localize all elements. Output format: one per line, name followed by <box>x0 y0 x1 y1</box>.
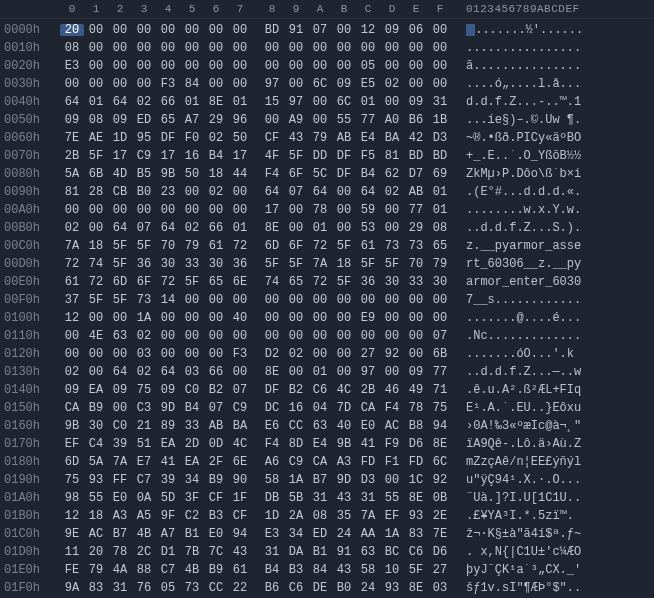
hex-byte[interactable]: CC <box>284 420 308 432</box>
hex-byte[interactable]: 02 <box>204 186 228 198</box>
hex-byte[interactable]: 00 <box>260 60 284 72</box>
hex-byte[interactable]: D6 <box>428 546 452 558</box>
hex-byte[interactable]: 00 <box>60 330 84 342</box>
hex-byte[interactable]: B4 <box>204 150 228 162</box>
hex-byte[interactable]: 00 <box>284 42 308 54</box>
hex-byte[interactable]: 09 <box>156 384 180 396</box>
hex-byte[interactable]: 9B <box>332 438 356 450</box>
ascii-view[interactable]: .......óÒ...'.k <box>466 348 574 360</box>
hex-byte[interactable]: 18 <box>84 510 108 522</box>
hex-byte[interactable]: D2 <box>260 348 284 360</box>
hex-byte[interactable]: 00 <box>260 294 284 306</box>
hex-byte[interactable]: 00 <box>84 348 108 360</box>
hex-byte[interactable]: B0 <box>332 582 356 594</box>
hex-byte[interactable]: 69 <box>428 168 452 180</box>
hex-byte[interactable]: 4C <box>228 438 252 450</box>
hex-byte[interactable]: B2 <box>284 384 308 396</box>
hex-byte[interactable]: 8E <box>404 492 428 504</box>
hex-byte[interactable]: 94 <box>428 420 452 432</box>
hex-byte[interactable]: B4 <box>260 564 284 576</box>
ascii-view[interactable]: 7__s............ <box>466 294 581 306</box>
hex-byte[interactable]: 00 <box>380 204 404 216</box>
hex-byte[interactable]: 00 <box>404 78 428 90</box>
hex-byte[interactable]: 00 <box>180 330 204 342</box>
hex-byte[interactable]: 9E <box>60 528 84 540</box>
hex-byte[interactable]: 34 <box>180 474 204 486</box>
hex-byte[interactable]: 00 <box>404 60 428 72</box>
hex-byte[interactable]: 05 <box>156 582 180 594</box>
hex-byte[interactable]: 29 <box>404 222 428 234</box>
hex-byte[interactable]: 1A <box>132 312 156 324</box>
hex-byte[interactable]: 77 <box>428 366 452 378</box>
hex-byte[interactable]: ED <box>308 528 332 540</box>
hex-row[interactable]: 00D0h72745F36303330365F5F7A185F5F7079rt_… <box>0 255 654 273</box>
hex-byte[interactable]: 00 <box>108 402 132 414</box>
hex-byte[interactable]: 00 <box>108 24 132 36</box>
hex-byte[interactable]: 1C <box>404 474 428 486</box>
hex-byte[interactable]: 00 <box>332 294 356 306</box>
hex-byte[interactable]: 1A <box>284 474 308 486</box>
hex-byte[interactable]: BD <box>428 150 452 162</box>
hex-byte[interactable]: 6D <box>260 240 284 252</box>
hex-row[interactable]: 0180h6D5A7AE741EA2F6EA6C9CAA3FDF1FD6CmZz… <box>0 453 654 471</box>
hex-byte[interactable]: 00 <box>180 204 204 216</box>
hex-byte[interactable]: C0 <box>108 420 132 432</box>
hex-byte[interactable]: 7E <box>428 528 452 540</box>
hex-byte[interactable]: 03 <box>428 582 452 594</box>
hex-byte[interactable]: 00 <box>204 348 228 360</box>
hex-row[interactable]: 00B0h02006407640266018E00010053002908..d… <box>0 219 654 237</box>
hex-byte[interactable]: 00 <box>84 204 108 216</box>
hex-byte[interactable]: 84 <box>308 564 332 576</box>
hex-byte[interactable]: B3 <box>284 564 308 576</box>
hex-byte[interactable]: 00 <box>204 312 228 324</box>
hex-byte[interactable]: 64 <box>356 186 380 198</box>
hex-byte[interactable]: 6C <box>332 96 356 108</box>
hex-byte[interactable]: 00 <box>380 474 404 486</box>
hex-row[interactable]: 0000h2000000000000000BD91070012090600 ..… <box>0 21 654 39</box>
hex-byte[interactable]: 5F <box>332 276 356 288</box>
hex-row[interactable]: 0130h02006402640366008E00010097000977..d… <box>0 363 654 381</box>
hex-byte[interactable]: 5F <box>380 258 404 270</box>
hex-byte[interactable]: B9 <box>204 564 228 576</box>
hex-byte[interactable]: F9 <box>380 438 404 450</box>
hex-byte[interactable]: 4F <box>260 150 284 162</box>
hex-byte[interactable]: 5F <box>108 294 132 306</box>
hex-byte[interactable]: 5F <box>108 240 132 252</box>
hex-byte[interactable]: 2E <box>428 510 452 522</box>
hex-byte[interactable]: 5F <box>180 276 204 288</box>
hex-byte[interactable]: 00 <box>404 330 428 342</box>
hex-byte[interactable]: 79 <box>180 240 204 252</box>
hex-byte[interactable]: 00 <box>84 42 108 54</box>
hex-byte[interactable]: C9 <box>228 402 252 414</box>
hex-byte[interactable]: 9D <box>332 474 356 486</box>
hex-row[interactable]: 0080h5A6B4DB59B501844F46F5CDFB462D769ZkM… <box>0 165 654 183</box>
hex-byte[interactable]: 31 <box>356 492 380 504</box>
hex-byte[interactable]: CF <box>204 492 228 504</box>
hex-byte[interactable]: 5F <box>356 258 380 270</box>
hex-byte[interactable]: 00 <box>132 60 156 72</box>
hex-byte[interactable]: 2D <box>180 438 204 450</box>
hex-byte[interactable]: 00 <box>156 330 180 342</box>
hex-byte[interactable]: 66 <box>156 96 180 108</box>
hex-byte[interactable]: 72 <box>308 276 332 288</box>
ascii-view[interactable]: ~®.•ßð.PÏCy«äºBÓ <box>466 132 581 144</box>
hex-byte[interactable]: 30 <box>156 258 180 270</box>
hex-byte[interactable]: 7A <box>60 240 84 252</box>
hex-byte[interactable]: 00 <box>284 366 308 378</box>
hex-byte[interactable]: 65 <box>156 114 180 126</box>
hex-byte[interactable]: 24 <box>332 528 356 540</box>
hex-byte[interactable]: 6B <box>428 348 452 360</box>
hex-byte[interactable]: E9 <box>356 312 380 324</box>
hex-byte[interactable]: D7 <box>404 168 428 180</box>
hex-byte[interactable]: E3 <box>260 528 284 540</box>
hex-byte[interactable]: 20 <box>60 24 84 36</box>
hex-byte[interactable]: 2B <box>356 384 380 396</box>
hex-byte[interactable]: B0 <box>132 186 156 198</box>
hex-byte[interactable]: 18 <box>84 240 108 252</box>
hex-byte[interactable]: E7 <box>132 456 156 468</box>
hex-byte[interactable]: 73 <box>132 294 156 306</box>
hex-byte[interactable]: B3 <box>204 510 228 522</box>
hex-byte[interactable]: 00 <box>204 330 228 342</box>
hex-byte[interactable]: 01 <box>228 96 252 108</box>
hex-byte[interactable]: F1 <box>380 456 404 468</box>
